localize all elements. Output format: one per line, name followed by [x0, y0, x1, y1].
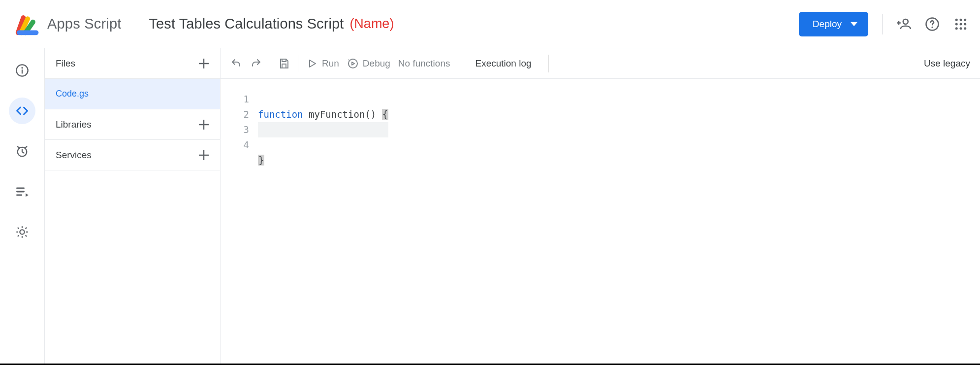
- app-header: Apps Script Test Tables Calculations Scr…: [0, 0, 980, 48]
- svg-point-0: [903, 19, 908, 24]
- svg-point-8: [964, 23, 966, 25]
- file-item-label: Code.gs: [56, 89, 89, 99]
- svg-point-6: [955, 23, 958, 25]
- services-header-label: Services: [56, 150, 92, 161]
- deploy-button-label: Deploy: [813, 19, 842, 30]
- editor-toolbar: Run Debug No functions Execution log Use…: [221, 48, 980, 79]
- apps-grid-icon[interactable]: [953, 17, 968, 32]
- divider: [548, 55, 549, 72]
- undo-icon[interactable]: [230, 58, 242, 69]
- add-library-icon[interactable]: [196, 117, 211, 132]
- file-item-code-gs[interactable]: Code.gs: [45, 79, 220, 109]
- libraries-header-label: Libraries: [56, 119, 92, 130]
- add-file-icon[interactable]: [196, 56, 211, 71]
- executions-icon: [15, 185, 29, 199]
- debug-label: Debug: [363, 58, 390, 69]
- svg-point-11: [964, 27, 966, 30]
- svg-point-3: [955, 18, 958, 21]
- code-open-brace: {: [382, 109, 388, 120]
- code-active-line: [258, 122, 388, 137]
- svg-point-13: [21, 67, 23, 68]
- line-number: 4: [221, 137, 249, 153]
- info-icon: [15, 64, 29, 77]
- svg-point-9: [955, 27, 958, 30]
- function-selector[interactable]: No functions: [398, 58, 450, 69]
- project-title[interactable]: Test Tables Calculations Script: [149, 16, 344, 32]
- left-rail: [0, 48, 44, 364]
- divider: [882, 14, 883, 34]
- debug-button[interactable]: Debug: [347, 58, 390, 69]
- redo-icon[interactable]: [250, 58, 262, 69]
- editor-area: Run Debug No functions Execution log Use…: [221, 48, 980, 364]
- code-close-brace: }: [258, 155, 264, 166]
- help-icon[interactable]: [925, 17, 940, 32]
- svg-point-2: [932, 26, 933, 28]
- svg-point-4: [960, 18, 962, 21]
- add-service-icon[interactable]: [196, 148, 211, 163]
- play-icon: [306, 58, 318, 69]
- code-content: function myFunction() { }: [258, 92, 388, 199]
- svg-point-18: [348, 59, 357, 68]
- debug-icon: [347, 58, 359, 69]
- rail-editor-button[interactable]: [9, 98, 35, 124]
- divider: [458, 55, 458, 72]
- share-person-add-icon[interactable]: [896, 17, 911, 32]
- rail-triggers-button[interactable]: [9, 138, 35, 165]
- gear-icon: [15, 225, 29, 239]
- line-number: 1: [221, 92, 249, 107]
- chevron-down-icon: [851, 21, 857, 28]
- divider: [298, 55, 298, 72]
- code-editor[interactable]: 1 2 3 4 function myFunction() { }: [221, 79, 980, 199]
- run-label: Run: [322, 58, 339, 69]
- line-number: 3: [221, 122, 249, 137]
- services-header: Services: [45, 140, 220, 170]
- svg-rect-17: [282, 64, 286, 68]
- header-actions: Deploy: [799, 12, 968, 36]
- clock-alarm-icon: [15, 144, 29, 158]
- line-gutter: 1 2 3 4: [221, 92, 258, 199]
- execution-log-button[interactable]: Execution log: [466, 58, 540, 69]
- file-panel: Files Code.gs Libraries Services: [44, 48, 221, 364]
- run-button[interactable]: Run: [306, 58, 339, 69]
- save-icon[interactable]: [278, 58, 290, 69]
- line-number: 2: [221, 107, 249, 122]
- rail-overview-button[interactable]: [9, 57, 35, 84]
- deploy-button[interactable]: Deploy: [799, 12, 868, 36]
- libraries-header: Libraries: [45, 109, 220, 140]
- code-parens: (): [365, 109, 376, 120]
- svg-point-5: [964, 18, 966, 21]
- code-indent: [258, 124, 269, 135]
- name-annotation: (Name): [349, 16, 394, 32]
- svg-rect-14: [22, 69, 23, 73]
- files-header: Files: [45, 48, 220, 79]
- files-header-label: Files: [56, 58, 75, 69]
- divider: [270, 55, 270, 72]
- use-legacy-button[interactable]: Use legacy: [924, 58, 970, 69]
- svg-rect-16: [282, 59, 286, 62]
- logo-area: Apps Script: [14, 11, 122, 37]
- apps-script-logo-icon: [14, 11, 39, 37]
- code-fn-name: myFunction: [309, 109, 365, 120]
- product-name: Apps Script: [47, 16, 122, 32]
- svg-point-7: [960, 23, 962, 25]
- code-icon: [15, 104, 29, 118]
- svg-point-10: [960, 27, 962, 30]
- rail-settings-button[interactable]: [9, 219, 35, 245]
- rail-executions-button[interactable]: [9, 178, 35, 205]
- code-keyword: function: [258, 109, 303, 120]
